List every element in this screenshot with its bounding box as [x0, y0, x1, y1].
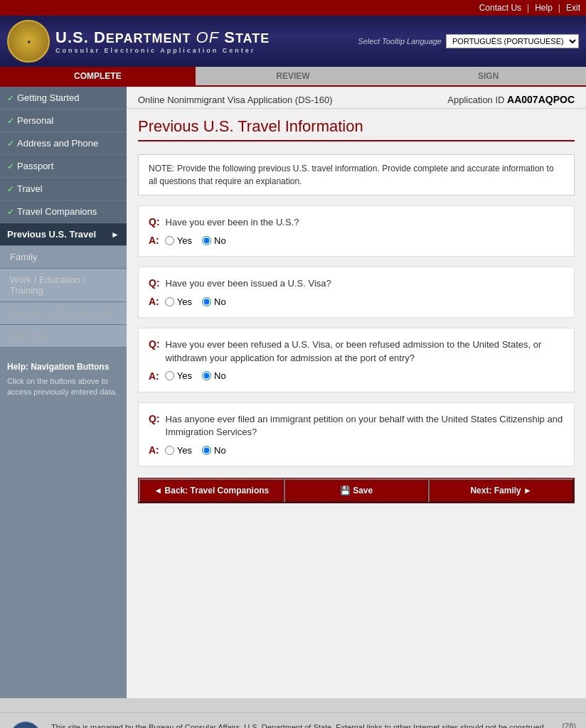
logo-area: ★ U.S. Department of State Consular Elec… [7, 20, 270, 63]
header: ★ U.S. Department of State Consular Elec… [0, 16, 586, 67]
q1-yes-option[interactable]: Yes [165, 235, 192, 246]
q2-yes-radio[interactable] [165, 297, 174, 306]
nav-tabs: COMPLETE REVIEW SIGN [0, 67, 586, 87]
answer-1-row: A: Yes No [149, 235, 564, 246]
q1-text: Have you ever been in the U.S.? [166, 216, 299, 229]
sidebar-item-label: Crew Visa [7, 331, 49, 341]
q1-yes-label: Yes [177, 235, 192, 246]
sidebar-item-label: Security and Background [7, 308, 110, 318]
q4-yes-radio[interactable] [165, 446, 174, 455]
q2-no-option[interactable]: No [202, 296, 226, 307]
question-1-row: Q: Have you ever been in the U.S.? [149, 216, 564, 229]
sidebar-item-label: Previous U.S. Travel [7, 229, 96, 240]
question-3-section: Q: Have you ever been refused a U.S. Vis… [138, 328, 575, 392]
note-box: NOTE: Provide the following previous U.S… [138, 154, 575, 196]
q3-no-option[interactable]: No [202, 370, 226, 381]
q1-radio-group: Yes No [165, 235, 226, 246]
language-select[interactable]: PORTUGUÊS (PORTUGUESE) ENGLISH [446, 34, 579, 48]
check-icon: ✓ [7, 139, 14, 149]
tab-sign[interactable]: SIGN [390, 67, 586, 85]
arrow-right-icon: ► [111, 230, 119, 240]
check-icon: ✓ [7, 161, 14, 171]
q1-no-option[interactable]: No [202, 235, 226, 246]
sidebar-item-label: Family [10, 252, 37, 262]
q3-yes-option[interactable]: Yes [165, 370, 192, 381]
save-button[interactable]: 💾 Save [284, 478, 429, 503]
page-number: (28) [562, 722, 576, 728]
sidebar-item-label: Travel Companions [17, 206, 97, 217]
question-2-row: Q: Have you ever been issued a U.S. Visa… [149, 277, 564, 290]
back-button[interactable]: ◄ Back: Travel Companions [139, 478, 284, 503]
main-layout: ✓ Getting Started ✓ Personal ✓ Address a… [0, 87, 586, 698]
a4-label: A: [149, 444, 159, 456]
question-4-row: Q: Has anyone ever filed an immigrant pe… [149, 413, 564, 439]
next-button[interactable]: Next: Family ► [428, 478, 574, 503]
help-box: Help: Navigation Buttons Click on the bu… [0, 355, 127, 405]
top-bar: Contact Us | Help | Exit [0, 0, 586, 16]
footer-text-area: This site is managed by the Bureau of Co… [51, 722, 552, 728]
answer-4-row: A: Yes No [149, 444, 564, 456]
check-icon: ✓ [7, 207, 14, 217]
q4-no-label: No [214, 445, 226, 456]
sidebar-item-label: Work / Education / Training [10, 274, 119, 296]
department-name: U.S. Department of State Consular Electr… [55, 28, 270, 54]
answer-3-row: A: Yes No [149, 370, 564, 382]
q4-label: Q: [149, 413, 160, 424]
sidebar-item-address[interactable]: ✓ Address and Phone [0, 132, 127, 155]
sidebar-item-travel[interactable]: ✓ Travel [0, 178, 127, 200]
question-3-row: Q: Have you ever been refused a U.S. Vis… [149, 338, 564, 364]
help-title: Help: Navigation Buttons [7, 362, 119, 372]
sidebar-item-previous-travel[interactable]: Previous U.S. Travel ► [0, 223, 127, 246]
q2-yes-label: Yes [177, 296, 192, 307]
q3-no-radio[interactable] [202, 371, 211, 380]
question-4-section: Q: Has anyone ever filed an immigrant pe… [138, 402, 575, 466]
sidebar-item-label: Passport [17, 161, 53, 171]
q2-no-label: No [214, 296, 226, 307]
q4-yes-label: Yes [177, 445, 192, 456]
sidebar-item-travel-companions[interactable]: ✓ Travel Companions [0, 200, 127, 223]
q3-text: Have you ever been refused a U.S. Visa, … [166, 338, 564, 364]
a1-label: A: [149, 235, 159, 246]
contact-us-link[interactable]: Contact Us [479, 3, 521, 13]
tab-complete[interactable]: COMPLETE [0, 67, 196, 85]
footer-seal: C [10, 722, 41, 728]
sidebar-item-label: Address and Phone [17, 138, 98, 149]
lang-label: Select Tooltip Language [358, 37, 442, 46]
q4-text: Has anyone ever filed an immigrant petit… [166, 413, 564, 439]
question-1-section: Q: Have you ever been in the U.S.? A: Ye… [138, 205, 575, 257]
q4-yes-option[interactable]: Yes [165, 445, 192, 456]
sidebar-item-getting-started[interactable]: ✓ Getting Started [0, 87, 127, 109]
q2-no-radio[interactable] [202, 297, 211, 306]
application-id: Application ID AA007AQPOC [447, 94, 575, 105]
q1-label: Q: [149, 216, 160, 228]
subtitle: Consular Electronic Application Center [55, 47, 270, 54]
sidebar-item-work-education[interactable]: Work / Education / Training [0, 269, 127, 302]
answer-2-row: A: Yes No [149, 296, 564, 307]
q3-yes-label: Yes [177, 370, 192, 381]
exit-link[interactable]: Exit [566, 3, 580, 13]
sidebar-item-passport[interactable]: ✓ Passport [0, 155, 127, 178]
sidebar-item-family[interactable]: Family [0, 246, 127, 269]
footer: C This site is managed by the Bureau of … [0, 712, 586, 728]
check-icon: ✓ [7, 116, 14, 126]
bottom-nav: ◄ Back: Travel Companions 💾 Save Next: F… [138, 478, 575, 503]
q1-no-label: No [214, 235, 226, 246]
sidebar-item-personal[interactable]: ✓ Personal [0, 109, 127, 132]
q4-radio-group: Yes No [165, 445, 226, 456]
language-selector-area: Select Tooltip Language PORTUGUÊS (PORTU… [358, 34, 579, 48]
tab-review[interactable]: REVIEW [196, 67, 391, 85]
sidebar-item-crew-visa: Crew Visa [0, 325, 127, 348]
q3-yes-radio[interactable] [165, 371, 174, 380]
footer-main-text: This site is managed by the Bureau of Co… [51, 722, 552, 728]
help-link[interactable]: Help [535, 3, 553, 13]
sidebar-item-label: Travel [17, 183, 43, 194]
check-icon: ✓ [7, 93, 14, 103]
a3-label: A: [149, 370, 159, 382]
q4-no-radio[interactable] [202, 446, 211, 455]
department-seal: ★ [7, 20, 50, 63]
content-area: Online Nonimmigrant Visa Application (DS… [127, 87, 586, 698]
q1-yes-radio[interactable] [165, 236, 174, 245]
q1-no-radio[interactable] [202, 236, 211, 245]
q4-no-option[interactable]: No [202, 445, 226, 456]
q2-yes-option[interactable]: Yes [165, 296, 192, 307]
